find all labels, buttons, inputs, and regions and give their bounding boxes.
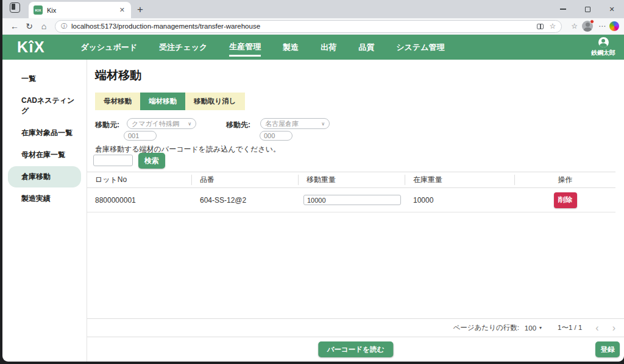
table-empty-area — [87, 212, 624, 318]
to-warehouse-code-input[interactable] — [260, 131, 292, 141]
transfer-table: ロットNo 品番 移動重量 在庫重量 操作 8800000001 604-SS-… — [87, 172, 615, 212]
nav-production-management[interactable]: 生産管理 — [229, 38, 261, 57]
chevron-down-icon: ∨ — [321, 121, 325, 127]
favicon-icon: KIX — [34, 5, 43, 15]
move-weight-input[interactable] — [303, 195, 401, 205]
from-label: 移動元: — [95, 120, 119, 130]
to-label: 移動先: — [226, 120, 250, 130]
toolbar-right: ☆ ⋯ — [566, 21, 619, 32]
chevron-down-icon: ∨ — [188, 121, 191, 127]
col-part-no: 品番 — [192, 175, 299, 185]
split-screen-icon[interactable] — [537, 24, 544, 29]
app-header: KîX ダッシュボード 受注チェック 生産管理 製造 出荷 品質 システム管理 … — [2, 35, 624, 60]
tab-cancel-transfer[interactable]: 移動取り消し — [185, 93, 245, 110]
sidebar-item-base-material-stock[interactable]: 母材在庫一覧 — [8, 144, 81, 166]
more-menu-icon[interactable]: ⋯ — [598, 22, 606, 30]
chevron-down-icon: ▾ — [539, 325, 542, 331]
sidebar-item-warehouse-transfer[interactable]: 倉庫移動 — [8, 166, 81, 187]
copilot-icon[interactable] — [609, 21, 619, 31]
tab-scrap-transfer[interactable]: 端材移動 — [140, 93, 185, 110]
nav-system-management[interactable]: システム管理 — [396, 39, 444, 55]
to-select-value: 名古屋倉庫 — [265, 119, 299, 128]
maximize-icon[interactable] — [575, 0, 600, 18]
browser-toolbar: ← ↻ ⌂ ⓘ localhost:5173/production-manage… — [2, 18, 624, 35]
bookmark-star-icon[interactable]: ☆ — [549, 22, 556, 30]
col-stock-weight: 在庫重量 — [405, 175, 515, 185]
read-barcode-button[interactable]: バーコードを読む — [318, 341, 393, 357]
transfer-tabs: 母材移動 端材移動 移動取り消し — [95, 93, 245, 110]
site-info-icon[interactable]: ⓘ — [61, 22, 67, 30]
from-select-value: クマガイ特殊鋼 — [132, 119, 179, 128]
footer-bar: バーコードを読む 登録 — [87, 337, 624, 362]
sidebar-item-stock-target-list[interactable]: 在庫対象品一覧 — [8, 122, 81, 144]
pagination-bar: ページあたりの行数: 100 ▾ 1〜1 / 1 ‹ › — [87, 318, 624, 337]
browser-window: KIX Kix ✕ + ✕ ← ↻ ⌂ ⓘ localhost:5173/pro… — [2, 0, 624, 362]
lot-no-value: 8800000001 — [87, 196, 192, 205]
browser-tab[interactable]: KIX Kix ✕ — [29, 2, 131, 18]
part-no-value: 604-SS-12@2 — [192, 196, 299, 205]
nav-shipping[interactable]: 出荷 — [321, 39, 336, 55]
next-page-icon[interactable]: › — [612, 323, 615, 334]
table-header: ロットNo 品番 移動重量 在庫重量 操作 — [87, 172, 615, 188]
main-content: 端材移動 母材移動 端材移動 移動取り消し 移動元: クマガイ特殊鋼 ∨ 移動先… — [87, 60, 624, 362]
prev-page-icon[interactable]: ‹ — [595, 323, 598, 334]
user-menu[interactable]: 鉄鋼太郎 — [591, 37, 615, 57]
search-button[interactable]: 検索 — [138, 153, 165, 169]
from-warehouse-select[interactable]: クマガイ特殊鋼 ∨ — [127, 118, 196, 129]
sidebar-item-manufacturing-results[interactable]: 製造実績 — [8, 188, 81, 209]
rows-per-page-value: 100 — [525, 324, 536, 332]
col-action: 操作 — [515, 175, 615, 185]
favorites-bar-icon[interactable]: ☆ — [571, 22, 578, 30]
notification-dot — [590, 19, 594, 24]
app-logo[interactable]: KîX — [17, 38, 45, 56]
minimize-icon[interactable] — [551, 0, 575, 18]
nav-manufacturing[interactable]: 製造 — [283, 39, 299, 55]
tab-title: Kix — [47, 7, 118, 14]
nav-order-check[interactable]: 受注チェック — [159, 39, 207, 55]
from-warehouse-code-input[interactable] — [124, 131, 157, 141]
new-tab-icon[interactable]: + — [137, 4, 143, 16]
table-row: 8800000001 604-SS-12@2 10000 削除 — [87, 188, 615, 212]
user-name: 鉄鋼太郎 — [591, 49, 615, 57]
url-text[interactable]: localhost:5173/production-managements/tr… — [71, 23, 533, 30]
page-range: 1〜1 / 1 — [558, 323, 582, 332]
transfer-form: 移動元: クマガイ特殊鋼 ∨ 移動先: 名古屋倉庫 ∨ 倉庫移動する端材のバーコ… — [87, 110, 624, 172]
sidebar-item-list[interactable]: 一覧 — [8, 68, 81, 89]
sidebar-item-cad-nesting[interactable]: CADネスティング — [8, 90, 81, 122]
col-lot-no: ロットNo — [87, 175, 192, 185]
sidebar: 一覧 CADネスティング 在庫対象品一覧 母材在庫一覧 倉庫移動 製造実績 — [2, 60, 87, 362]
tab-actions-icon[interactable] — [10, 2, 20, 13]
stock-weight-value: 10000 — [405, 196, 515, 205]
barcode-instruction: 倉庫移動する端材のバーコードを読み込んでください。 — [95, 144, 280, 155]
main-nav: ダッシュボード 受注チェック 生産管理 製造 出荷 品質 システム管理 — [80, 38, 444, 57]
barcode-input[interactable] — [93, 155, 133, 166]
tab-base-material-transfer[interactable]: 母材移動 — [95, 93, 140, 110]
browser-tabstrip: KIX Kix ✕ + ✕ — [2, 0, 624, 18]
rows-per-page-select[interactable]: 100 ▾ — [525, 324, 542, 332]
to-warehouse-select[interactable]: 名古屋倉庫 ∨ — [260, 118, 330, 129]
nav-dashboard[interactable]: ダッシュボード — [80, 39, 137, 55]
url-bar[interactable]: ⓘ localhost:5173/production-managements/… — [55, 20, 562, 33]
nav-quality[interactable]: 品質 — [358, 39, 374, 55]
tab-close-icon[interactable]: ✕ — [118, 6, 126, 14]
page-title: 端材移動 — [95, 68, 624, 83]
profile-avatar[interactable] — [582, 21, 593, 32]
rows-per-page-label: ページあたりの行数: — [453, 323, 519, 332]
back-icon[interactable]: ← — [7, 21, 22, 31]
refresh-icon[interactable]: ↻ — [22, 21, 37, 31]
window-controls: ✕ — [551, 0, 624, 18]
home-icon[interactable]: ⌂ — [37, 21, 51, 31]
delete-button[interactable]: 削除 — [554, 192, 577, 208]
register-button[interactable]: 登録 — [595, 341, 620, 357]
col-move-weight: 移動重量 — [299, 175, 405, 185]
close-icon[interactable]: ✕ — [600, 0, 624, 18]
user-icon — [598, 37, 609, 47]
